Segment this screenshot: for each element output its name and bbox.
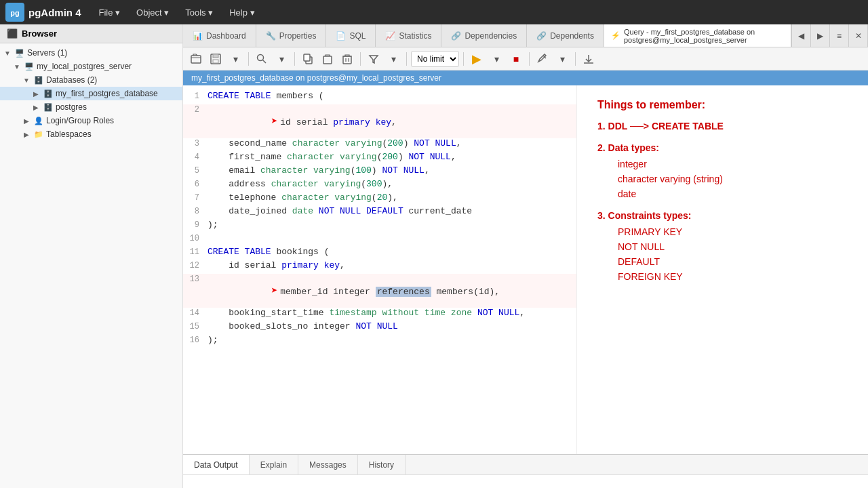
tab-query[interactable]: ⚡ Query - my_first_postgres_database on … [604, 24, 791, 47]
sidebar-item-databases[interactable]: ▼ 🗄️ Databases (2) [0, 73, 182, 87]
filter-button[interactable] [365, 50, 382, 68]
tablespaces-label: Tablespaces [46, 129, 92, 139]
line-content-11: CREATE TABLE bookings ( [208, 247, 571, 257]
tab-properties[interactable]: 🔧 Properties [256, 24, 327, 47]
svg-text:pg: pg [10, 9, 19, 17]
nav-list-button[interactable]: ≡ [830, 24, 849, 47]
expander-my-db[interactable]: ▶ [31, 90, 41, 98]
limit-select[interactable]: No limit 10 50 100 [411, 51, 459, 67]
svg-rect-9 [304, 54, 310, 61]
run-button[interactable]: ▶ [468, 50, 486, 68]
line-content-6: address character varying(300), [208, 179, 571, 189]
db-label-bar: my_first_postgres_database on postgres@m… [183, 70, 868, 85]
main-layout: ⬛ Browser ▼ 🖥️ Servers (1) ▼ 🖥️ my_local… [0, 24, 868, 488]
expander-tablespaces[interactable]: ▶ [22, 131, 31, 138]
menu-help[interactable]: Help ▾ [222, 5, 261, 20]
paste-button[interactable] [319, 50, 336, 68]
svg-rect-4 [213, 54, 218, 58]
find-button[interactable] [253, 50, 271, 68]
code-line-9: 9 ); [183, 220, 576, 233]
roles-label: Login/Group Roles [46, 116, 114, 125]
code-editor[interactable]: 1 CREATE TABLE members ( 2 ➤id serial pr… [183, 85, 576, 454]
sidebar-item-login-group-roles[interactable]: ▶ 👤 Login/Group Roles [0, 114, 182, 127]
line-num-16: 16 [189, 335, 208, 345]
download-button[interactable] [580, 50, 597, 68]
sidebar-item-servers[interactable]: ▼ 🖥️ Servers (1) [0, 46, 182, 60]
line-content-1: CREATE TABLE members ( [208, 91, 571, 101]
nav-prev-button[interactable]: ◀ [792, 24, 811, 47]
delete-button[interactable] [338, 50, 356, 68]
properties-icon: 🔧 [266, 31, 276, 41]
expander-server[interactable]: ▼ [12, 63, 22, 70]
tab-sql[interactable]: 📄 SQL [326, 24, 376, 47]
bottom-tab-messages[interactable]: Messages [298, 455, 358, 474]
menu-object[interactable]: Object ▾ [130, 5, 176, 20]
tab-bar: 📊 Dashboard 🔧 Properties 📄 SQL 📈 Statist… [183, 24, 868, 47]
tab-dependents[interactable]: 🔗 Dependents [527, 24, 604, 47]
toolbar-sep-1 [248, 52, 249, 66]
tab-dependencies[interactable]: 🔗 Dependencies [441, 24, 527, 47]
edit-dropdown-button[interactable]: ▾ [553, 50, 571, 68]
tab-dashboard-label: Dashboard [206, 31, 246, 41]
line-content-5: email character varying(100) NOT NULL, [208, 165, 571, 176]
copy-button[interactable] [299, 50, 317, 68]
bottom-tab-data-output[interactable]: Data Output [183, 455, 250, 474]
toolbar: ▾ ▾ ▾ No limit 10 [183, 47, 868, 70]
stop-button[interactable]: ■ [507, 50, 525, 68]
servers-label: Servers (1) [27, 48, 67, 58]
edit-button[interactable] [534, 50, 551, 68]
svg-line-7 [263, 60, 267, 63]
expander-databases[interactable]: ▼ [22, 77, 31, 84]
notes-constraint-default: DEFAULT [597, 256, 848, 267]
line-num-10: 10 [189, 233, 208, 243]
notes-section-2: 2. Data types: integer character varying… [597, 142, 848, 199]
svg-rect-10 [323, 56, 332, 64]
nav-close-button[interactable]: ✕ [849, 24, 868, 47]
save-dropdown-button[interactable]: ▾ [226, 50, 244, 68]
tab-dashboard[interactable]: 📊 Dashboard [183, 24, 256, 47]
sidebar-title: Browser [22, 28, 57, 39]
open-file-button[interactable] [187, 50, 205, 68]
databases-icon: 🗄️ [33, 75, 44, 85]
server-icon: 🖥️ [24, 61, 35, 72]
code-line-16: 16 ); [183, 335, 576, 348]
expander-servers[interactable]: ▼ [3, 49, 12, 57]
databases-label: Databases (2) [46, 75, 97, 85]
browser-icon: ⬛ [7, 28, 18, 39]
sidebar-tree: ▼ 🖥️ Servers (1) ▼ 🖥️ my_local_postgres_… [0, 43, 182, 488]
code-line-10: 10 [183, 233, 576, 247]
nav-next-button[interactable]: ▶ [811, 24, 830, 47]
notes-constraint-nn: NOT NULL [597, 241, 848, 252]
menu-file[interactable]: File ▾ [92, 5, 127, 20]
expander-roles[interactable]: ▶ [22, 117, 31, 125]
line-content-12: id serial primary key, [208, 260, 571, 270]
expander-postgres-db[interactable]: ▶ [31, 104, 41, 111]
sql-icon: 📄 [336, 31, 346, 41]
svg-rect-5 [213, 60, 218, 63]
line-num-15: 15 [189, 321, 208, 331]
tab-statistics[interactable]: 📈 Statistics [376, 24, 441, 47]
dashboard-icon: 📊 [193, 31, 203, 41]
bottom-tab-history[interactable]: History [358, 455, 406, 474]
sidebar-item-postgres-db[interactable]: ▶ 🗄️ postgres [0, 100, 182, 114]
filter-dropdown-button[interactable]: ▾ [384, 50, 402, 68]
sidebar-item-server[interactable]: ▼ 🖥️ my_local_postgres_server [0, 60, 182, 73]
sidebar-item-my-db[interactable]: ▶ 🗄️ my_first_postgres_database [0, 87, 182, 100]
tab-statistics-label: Statistics [399, 31, 431, 41]
find-dropdown-button[interactable]: ▾ [273, 50, 290, 68]
db-label: my_first_postgres_database on postgres@m… [191, 73, 441, 83]
line-num-9: 9 [189, 220, 208, 230]
sidebar-item-tablespaces[interactable]: ▶ 📁 Tablespaces [0, 127, 182, 141]
save-file-button[interactable] [207, 50, 224, 68]
line-num-13: 13 [189, 274, 208, 284]
run-options-button[interactable]: ▾ [488, 50, 505, 68]
bottom-tab-explain[interactable]: Explain [250, 455, 298, 474]
line-num-14: 14 [189, 308, 208, 318]
toolbar-sep-4 [406, 52, 407, 66]
code-line-3: 3 second_name character varying(200) NOT… [183, 138, 576, 152]
menu-tools[interactable]: Tools ▾ [178, 5, 220, 20]
code-line-15: 15 booked_slots_no integer NOT NULL [183, 321, 576, 335]
line-content-9: ); [208, 220, 571, 230]
notes-data-date: date [597, 188, 848, 199]
postgres-db-label: postgres [56, 102, 87, 112]
